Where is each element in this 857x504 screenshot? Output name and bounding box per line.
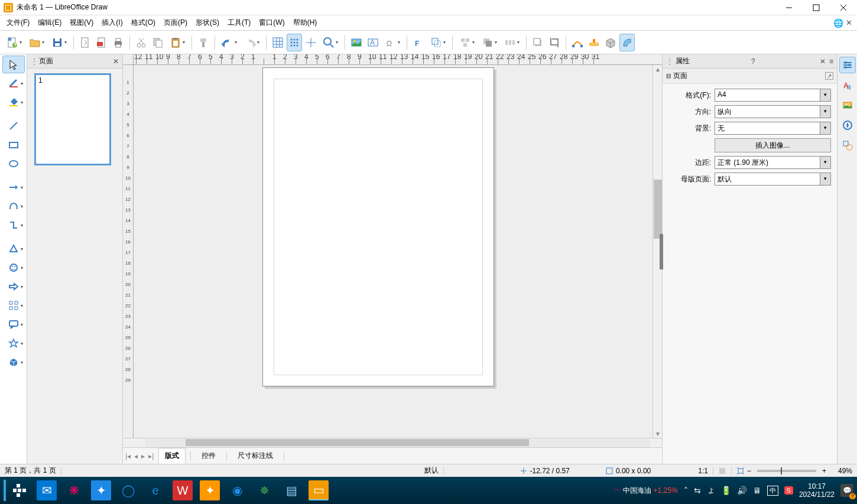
- callout-tool[interactable]: [2, 316, 25, 333]
- vertical-ruler[interactable]: 1234567891011121314151617181920212223242…: [123, 65, 134, 438]
- undo-button[interactable]: [219, 34, 240, 51]
- taskbar-app1[interactable]: ❋: [64, 480, 84, 500]
- close-button[interactable]: [830, 0, 857, 15]
- edit-points-button[interactable]: [570, 34, 585, 51]
- arrange-button[interactable]: [479, 34, 500, 51]
- copy-button[interactable]: [150, 34, 165, 51]
- clone-format-button[interactable]: [196, 34, 211, 51]
- sidebar-tab-navigator[interactable]: [839, 117, 856, 134]
- zoom-slider[interactable]: [757, 470, 816, 472]
- background-combo[interactable]: 无▾: [715, 122, 831, 135]
- taskbar-start[interactable]: [9, 480, 30, 500]
- menu-help[interactable]: 帮助(H): [289, 16, 322, 30]
- save-button[interactable]: [48, 34, 70, 51]
- crop-button[interactable]: [547, 34, 562, 51]
- taskbar-app2[interactable]: ✦: [91, 480, 111, 500]
- taskbar-libreoffice[interactable]: ▭: [309, 480, 329, 500]
- rectangle-tool[interactable]: [2, 136, 25, 154]
- tab-dimension[interactable]: 尺寸标注线: [232, 448, 279, 463]
- taskbar-edge[interactable]: [4, 480, 6, 501]
- taskbar-app3[interactable]: ✦: [200, 480, 220, 500]
- sidebar-tab-shapes[interactable]: [839, 137, 856, 154]
- section-options-icon[interactable]: ↗: [825, 72, 833, 80]
- line-tool[interactable]: [2, 117, 25, 135]
- menu-window[interactable]: 窗口(W): [255, 16, 288, 30]
- horizontal-scrollbar[interactable]: [134, 438, 662, 447]
- sidebar-tab-styles[interactable]: Aa: [839, 77, 856, 93]
- tab-controls[interactable]: 控件: [196, 448, 222, 463]
- export-pdf-button[interactable]: [94, 34, 109, 51]
- distribute-button[interactable]: [501, 34, 522, 51]
- grip-icon[interactable]: ⋮: [31, 57, 37, 66]
- master-combo[interactable]: 默认▾: [715, 173, 831, 186]
- zoom-value[interactable]: 49%: [829, 467, 852, 475]
- taskbar-wechat[interactable]: ✵: [254, 480, 274, 500]
- export-button[interactable]: [77, 34, 93, 51]
- paste-button[interactable]: [167, 34, 188, 51]
- orientation-combo[interactable]: 纵向▾: [715, 105, 831, 118]
- save-status-icon[interactable]: [718, 467, 726, 475]
- drawing-canvas[interactable]: [134, 65, 653, 438]
- properties-close[interactable]: ✕: [820, 57, 826, 66]
- select-tool[interactable]: [2, 56, 25, 73]
- extrusion-button[interactable]: [603, 34, 618, 51]
- menu-shape[interactable]: 形状(S): [191, 16, 223, 30]
- sidebar-tab-properties[interactable]: [839, 57, 856, 73]
- vertical-scrollbar[interactable]: ▴ ▾: [653, 65, 662, 438]
- draw-functions-button[interactable]: [619, 34, 635, 51]
- hscroll-thumb[interactable]: [186, 439, 529, 446]
- fontwork-button[interactable]: F: [411, 34, 426, 51]
- zoom-button[interactable]: [320, 34, 341, 51]
- insert-textbox-button[interactable]: A: [365, 34, 381, 51]
- curve-tool[interactable]: [2, 197, 25, 215]
- snap-grid-button[interactable]: [287, 34, 302, 51]
- taskbar-mail[interactable]: ✉: [37, 480, 57, 500]
- insert-special-char-button[interactable]: Ω: [382, 34, 403, 51]
- tray-app-icon[interactable]: ょ: [707, 485, 715, 496]
- status-ratio[interactable]: 1:1: [698, 467, 708, 475]
- stock-ticker[interactable]: 〰 中国海油 +1.25%: [613, 486, 678, 496]
- pages-panel-close[interactable]: ✕: [113, 57, 119, 66]
- menu-page[interactable]: 页面(P): [160, 16, 191, 30]
- properties-menu[interactable]: ≡: [829, 57, 833, 66]
- tray-chevron-up-icon[interactable]: ˄: [684, 486, 688, 495]
- zoom-out-button[interactable]: −: [747, 467, 751, 475]
- fill-color-tool[interactable]: [2, 93, 25, 111]
- gluepoints-button[interactable]: [586, 34, 602, 51]
- insert-image-button-panel[interactable]: 插入图像...: [715, 138, 831, 152]
- taskbar-wps[interactable]: W: [173, 480, 193, 500]
- menu-close-icon[interactable]: ✕: [846, 18, 852, 27]
- taskbar-cortana[interactable]: ◯: [118, 480, 138, 500]
- menu-format[interactable]: 格式(O): [127, 16, 160, 30]
- tray-battery-icon[interactable]: 🔋: [721, 486, 731, 495]
- format-combo[interactable]: A4▾: [715, 89, 831, 102]
- next-page-button[interactable]: ▸: [141, 452, 145, 460]
- menu-insert[interactable]: 插入(I): [98, 16, 126, 30]
- status-style[interactable]: 默认: [424, 466, 439, 476]
- print-button[interactable]: [111, 34, 126, 51]
- symbol-shapes-tool[interactable]: [2, 259, 25, 277]
- collapse-icon[interactable]: ⊟: [666, 73, 671, 79]
- tab-layout[interactable]: 版式: [158, 448, 186, 464]
- tray-network-icon[interactable]: 🖥: [753, 486, 761, 495]
- grip-icon[interactable]: ⋮: [666, 57, 673, 66]
- shadow-button[interactable]: [530, 34, 546, 51]
- taskbar-app5[interactable]: ▤: [281, 480, 301, 500]
- insert-image-button[interactable]: [349, 34, 364, 51]
- page-thumbnail-1[interactable]: 1: [34, 73, 111, 165]
- arrow-tool[interactable]: [2, 178, 25, 196]
- block-arrows-tool[interactable]: [2, 278, 25, 295]
- tray-volume-icon[interactable]: 🔊: [737, 486, 747, 495]
- tray-sogou-icon[interactable]: S: [784, 486, 793, 495]
- 3d-tool[interactable]: [2, 353, 25, 371]
- flowchart-tool[interactable]: [2, 297, 25, 314]
- ellipse-tool[interactable]: [2, 155, 25, 173]
- minimize-button[interactable]: [775, 0, 803, 15]
- fit-page-icon[interactable]: [736, 467, 745, 475]
- notification-icon[interactable]: 💬7: [840, 484, 853, 497]
- first-page-button[interactable]: |◂: [125, 452, 131, 460]
- menu-edit[interactable]: 编辑(E): [34, 16, 66, 30]
- grid-button[interactable]: [270, 34, 285, 51]
- menu-tools[interactable]: 工具(T): [223, 16, 255, 30]
- page[interactable]: [262, 67, 494, 386]
